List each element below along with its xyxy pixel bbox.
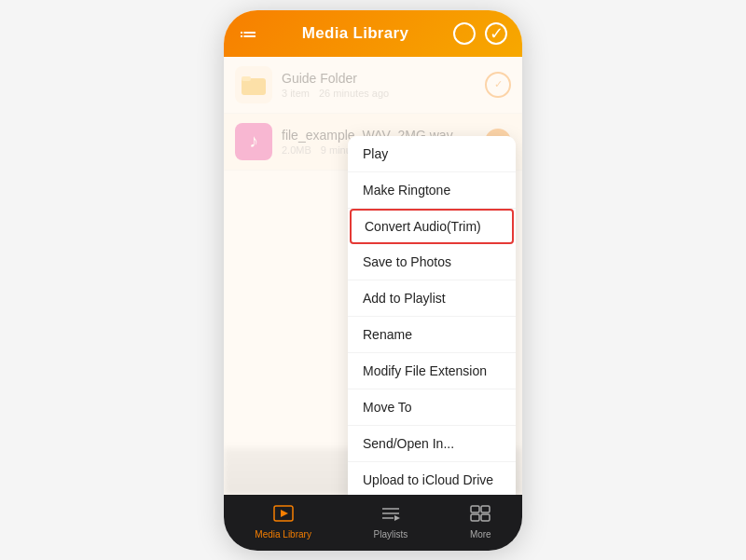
context-menu: Play Make Ringtone Convert Audio(Trim) S… [348, 136, 516, 495]
media-library-icon [273, 505, 294, 526]
more-icon [470, 505, 490, 526]
nav-label-playlists: Playlists [374, 529, 408, 540]
menu-item-move-to[interactable]: Move To [348, 389, 516, 426]
menu-item-save-to-photos[interactable]: Save to Photos [348, 244, 516, 280]
svg-rect-9 [471, 506, 479, 512]
nav-item-more[interactable]: More [470, 505, 491, 540]
menu-item-make-ringtone[interactable]: Make Ringtone [348, 172, 516, 209]
nav-label-more: More [470, 529, 491, 540]
header: ≔ Media Library ✓ [224, 10, 522, 57]
svg-rect-12 [481, 514, 490, 521]
svg-marker-8 [394, 515, 400, 521]
menu-item-upload-icloud[interactable]: Upload to iCloud Drive [348, 462, 516, 495]
menu-item-add-to-playlist[interactable]: Add to Playlist [348, 280, 516, 317]
menu-item-rename[interactable]: Rename [348, 317, 516, 353]
content-area: Guide Folder 3 item 26 minutes ago ✓ ♪ f… [224, 57, 522, 495]
playlists-icon [380, 505, 401, 526]
svg-rect-11 [471, 514, 479, 521]
check-circle-icon[interactable]: ✓ [485, 22, 507, 45]
nav-item-playlists[interactable]: Playlists [374, 505, 408, 540]
sort-icon[interactable]: ≔ [239, 22, 257, 45]
menu-item-send-open[interactable]: Send/Open In... [348, 426, 516, 462]
menu-item-convert-audio[interactable]: Convert Audio(Trim) [350, 209, 514, 244]
header-title: Media Library [302, 24, 408, 43]
svg-rect-10 [481, 506, 490, 512]
nav-label-media-library: Media Library [255, 529, 311, 540]
svg-marker-4 [281, 510, 288, 517]
menu-item-modify-extension[interactable]: Modify File Extension [348, 353, 516, 389]
nav-item-media-library[interactable]: Media Library [255, 505, 311, 540]
circle-icon[interactable] [453, 22, 476, 45]
menu-item-play[interactable]: Play [348, 136, 516, 172]
phone-container: ≔ Media Library ✓ Guide Folder [224, 10, 522, 551]
bottom-nav: Media Library Playlists [224, 495, 522, 551]
